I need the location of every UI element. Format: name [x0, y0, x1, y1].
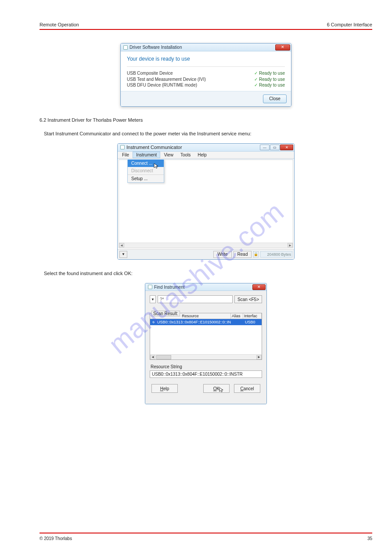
- page-header: Remote Operation 6 Computer Interface: [40, 22, 372, 27]
- device-row: USB DFU Device (RUNTIME mode) ✓Ready to …: [127, 82, 285, 88]
- scroll-left-icon[interactable]: ◄: [150, 355, 155, 359]
- cursor-icon: [219, 387, 245, 394]
- close-icon[interactable]: ✕: [252, 284, 266, 290]
- write-button[interactable]: Write: [213, 251, 231, 258]
- device-name: USB Test and Measurement Device (IVI): [127, 76, 206, 83]
- menu-setup[interactable]: Setup ...: [128, 174, 164, 182]
- scroll-right-icon[interactable]: ►: [288, 243, 293, 247]
- divider: [127, 66, 285, 67]
- menu-help[interactable]: Help: [194, 152, 210, 158]
- find-instrument-dialog: Find Instrument ✕ ▼ ?* Scan <F5> Scan Re…: [145, 283, 267, 404]
- menu-view[interactable]: View: [160, 152, 177, 158]
- search-input[interactable]: ?*: [158, 295, 233, 303]
- instruction-1: Start Instrument Communicator and connec…: [40, 131, 372, 137]
- footer-rule: [40, 533, 372, 533]
- check-icon: ✓: [254, 76, 258, 83]
- app-icon: [148, 285, 152, 289]
- driver-install-dialog: Driver Software Installation ✕ Your devi…: [120, 43, 291, 107]
- bytes-value: 204800: [262, 252, 280, 257]
- scan-result-list: Resource Alias Interfac ⎆ USB0::0x1313::…: [150, 313, 262, 360]
- col-interface[interactable]: Interfac: [243, 313, 262, 319]
- device-row: USB Composite Device ✓Ready to use: [127, 70, 285, 76]
- device-row: USB Test and Measurement Device (IVI) ✓R…: [127, 76, 285, 83]
- usb-icon: ⎆: [150, 320, 156, 324]
- menu-file[interactable]: File: [119, 152, 133, 158]
- menubar: File Instrument View Tools Help: [118, 152, 294, 159]
- dialog3-title: Find Instrument: [154, 285, 184, 290]
- lock-icon[interactable]: 🔒: [253, 251, 259, 258]
- dialog2-titlebar: Instrument Communicator — ▭ ✕: [118, 144, 294, 152]
- app-icon: [120, 145, 125, 149]
- check-icon: ✓: [254, 82, 258, 88]
- scroll-thumb[interactable]: [156, 355, 171, 359]
- scan-result-label: Scan Result:: [151, 311, 180, 316]
- close-icon[interactable]: ✕: [275, 44, 290, 51]
- list-item[interactable]: ⎆ USB0::0x1313::0x804F::E10150002::0::IN…: [150, 319, 262, 325]
- device-status: Ready to use: [259, 70, 285, 76]
- row-resource: USB0::0x1313::0x804F::E10150002::0::INST…: [156, 320, 231, 324]
- scrollbar-x[interactable]: ◄ ►: [119, 243, 293, 248]
- read-button[interactable]: Read: [234, 251, 252, 258]
- header-right: 6 Computer Interface: [327, 22, 372, 27]
- app-icon: [123, 45, 128, 50]
- close-icon[interactable]: ✕: [280, 145, 293, 150]
- page-footer: © 2019 Thorlabs 35: [40, 533, 372, 541]
- dialog1-title: Driver Software Installation: [129, 45, 182, 50]
- dialog3-titlebar: Find Instrument ✕: [145, 283, 266, 291]
- help-button[interactable]: Help: [151, 384, 178, 393]
- footer-copyright: © 2019 Thorlabs: [40, 536, 72, 541]
- dialog1-titlebar: Driver Software Installation ✕: [121, 44, 291, 51]
- col-alias[interactable]: Alias: [231, 313, 243, 319]
- device-name: USB DFU Device (RUNTIME mode): [127, 82, 197, 88]
- resource-string-field[interactable]: USB0::0x1313::0x804F::E10150002::0::INST…: [150, 370, 262, 378]
- device-status: Ready to use: [259, 76, 285, 83]
- dropdown-icon[interactable]: ▼: [119, 251, 127, 258]
- scroll-right-icon[interactable]: ►: [256, 355, 262, 359]
- bytes-label: Bytes: [281, 252, 291, 257]
- dropdown-icon[interactable]: ▼: [150, 295, 156, 303]
- maximize-icon[interactable]: ▭: [270, 145, 280, 150]
- scrollbar-x[interactable]: ◄ ►: [150, 354, 262, 359]
- menu-instrument[interactable]: Instrument: [133, 152, 160, 158]
- device-status: Ready to use: [259, 82, 285, 88]
- header-left: Remote Operation: [40, 22, 79, 27]
- section-label: 6.2 Instrument Driver for Thorlabs Power…: [40, 117, 372, 123]
- minimize-icon[interactable]: —: [260, 145, 270, 150]
- device-name: USB Composite Device: [127, 70, 173, 76]
- instrument-communicator-window: Instrument Communicator — ▭ ✕ File Instr…: [117, 143, 295, 260]
- instruction-2: Select the found instrument and click OK…: [40, 270, 372, 277]
- footer-page: 35: [367, 536, 372, 541]
- scan-button[interactable]: Scan <F5>: [234, 295, 262, 303]
- close-button[interactable]: Close: [263, 94, 287, 103]
- row-interface: USB0: [243, 320, 262, 324]
- resource-string-label: Resource String: [151, 364, 262, 369]
- bytes-indicator: 204800 Bytes: [260, 251, 292, 258]
- menu-tools[interactable]: Tools: [177, 152, 194, 158]
- bottom-toolbar: ▼ Write Read 🔒 204800 Bytes: [118, 249, 294, 259]
- check-icon: ✓: [254, 70, 258, 76]
- dialog2-title: Instrument Communicator: [126, 145, 182, 150]
- scroll-left-icon[interactable]: ◄: [119, 243, 124, 247]
- dialog1-heading: Your device is ready to use: [127, 56, 285, 62]
- header-rule: [40, 29, 372, 30]
